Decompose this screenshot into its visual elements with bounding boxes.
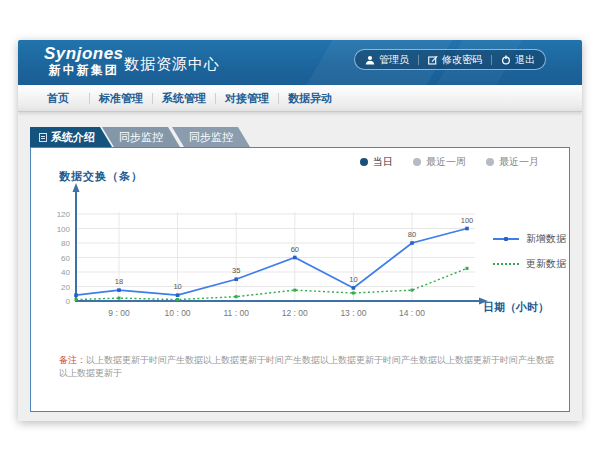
svg-text:10: 10	[173, 282, 181, 291]
svg-text:9 : 00: 9 : 00	[108, 308, 130, 318]
legend-item-update-data: 更新数据	[493, 257, 566, 271]
legend-item-new-data: 新增数据	[493, 232, 566, 246]
user-icon	[365, 55, 375, 65]
logo-company-name: 新中新集团	[44, 64, 124, 77]
svg-text:80: 80	[61, 239, 70, 248]
legend-label: 更新数据	[526, 257, 566, 271]
user-toolbar: 管理员 修改密码 退出	[354, 49, 546, 70]
nav-item-data-change[interactable]: 数据异动	[279, 91, 341, 106]
page-title: 数据资源中心	[124, 55, 220, 74]
svg-text:13 : 00: 13 : 00	[340, 308, 366, 318]
app-header: Synjones 新中新集团 数据资源中心 管理员 修改密码	[18, 40, 582, 85]
svg-text:60: 60	[291, 245, 299, 254]
svg-text:0: 0	[66, 297, 71, 306]
tab-sync-monitor-1[interactable]: 同步监控	[102, 127, 180, 147]
svg-text:14 : 00: 14 : 00	[399, 308, 425, 318]
svg-text:18: 18	[115, 277, 123, 286]
logo-brand-text: Synjones	[44, 45, 124, 64]
svg-text:10: 10	[349, 275, 357, 284]
range-label: 最近一周	[426, 155, 466, 169]
range-label: 当日	[373, 155, 393, 169]
main-nav: 首页 标准管理 系统管理 对接管理 数据异动	[18, 85, 582, 112]
logout-label: 退出	[515, 53, 535, 67]
logout-button[interactable]: 退出	[501, 53, 535, 67]
svg-text:80: 80	[408, 230, 416, 239]
range-option-last-week[interactable]: 最近一周	[413, 155, 466, 169]
document-icon	[39, 133, 47, 142]
legend-label: 新增数据	[526, 232, 566, 246]
svg-text:20: 20	[61, 283, 70, 292]
radio-dot-icon	[360, 158, 368, 166]
nav-item-home[interactable]: 首页	[27, 91, 89, 106]
tab-label: 同步监控	[119, 131, 163, 143]
company-logo: Synjones 新中新集团	[44, 45, 124, 77]
chart-legend: 新增数据 更新数据	[493, 232, 566, 271]
svg-text:12 : 00: 12 : 00	[282, 308, 308, 318]
admin-user-button[interactable]: 管理员	[365, 53, 409, 67]
radio-dot-icon	[413, 158, 421, 166]
nav-item-system-mgmt[interactable]: 系统管理	[153, 91, 215, 106]
content-area: 系统介绍 同步监控 同步监控 当日 最近一周	[18, 112, 582, 421]
svg-text:11 : 00: 11 : 00	[224, 308, 250, 318]
svg-text:60: 60	[61, 254, 70, 263]
dotted-line-swatch-icon	[493, 263, 519, 265]
nav-item-interface-mgmt[interactable]: 对接管理	[216, 91, 278, 106]
footnote: 备注：以上数据更新于时间产生数据以上数据更新于时间产生数据以上数据更新于时间产生…	[59, 354, 559, 380]
admin-user-label: 管理员	[379, 53, 409, 67]
tab-label: 同步监控	[189, 131, 233, 143]
svg-text:10 : 00: 10 : 00	[165, 308, 191, 318]
range-option-last-month[interactable]: 最近一月	[486, 155, 539, 169]
range-label: 最近一月	[499, 155, 539, 169]
chart-panel: 当日 最近一周 最近一月 数据交换（条） 日期（小时） 020406080100…	[30, 147, 570, 412]
tab-sync-monitor-2[interactable]: 同步监控	[172, 127, 250, 147]
edit-icon	[428, 55, 438, 65]
change-password-button[interactable]: 修改密码	[428, 53, 482, 67]
svg-text:100: 100	[57, 225, 71, 234]
divider	[418, 55, 419, 65]
footnote-prefix: 备注：	[59, 355, 86, 365]
exchange-line-chart: 0204060801001209 : 0010 : 0011 : 0012 : …	[31, 178, 571, 338]
footnote-text: 以上数据更新于时间产生数据以上数据更新于时间产生数据以上数据更新于时间产生数据以…	[59, 355, 554, 378]
svg-text:100: 100	[461, 216, 474, 225]
tab-bar: 系统介绍 同步监控 同步监控	[30, 127, 250, 147]
radio-dot-icon	[486, 158, 494, 166]
page: Synjones 新中新集团 数据资源中心 管理员 修改密码	[0, 0, 600, 450]
svg-text:35: 35	[232, 266, 240, 275]
power-icon	[501, 55, 511, 65]
app-window: Synjones 新中新集团 数据资源中心 管理员 修改密码	[18, 40, 582, 421]
tab-label: 系统介绍	[51, 131, 95, 143]
change-password-label: 修改密码	[442, 53, 482, 67]
divider	[491, 55, 492, 65]
svg-text:120: 120	[57, 210, 71, 219]
svg-text:40: 40	[61, 268, 70, 277]
tab-system-intro[interactable]: 系统介绍	[30, 127, 112, 147]
nav-item-standard-mgmt[interactable]: 标准管理	[90, 91, 152, 106]
solid-line-swatch-icon	[493, 238, 519, 240]
range-option-today[interactable]: 当日	[360, 155, 393, 169]
time-range-selector: 当日 最近一周 最近一月	[360, 155, 539, 169]
